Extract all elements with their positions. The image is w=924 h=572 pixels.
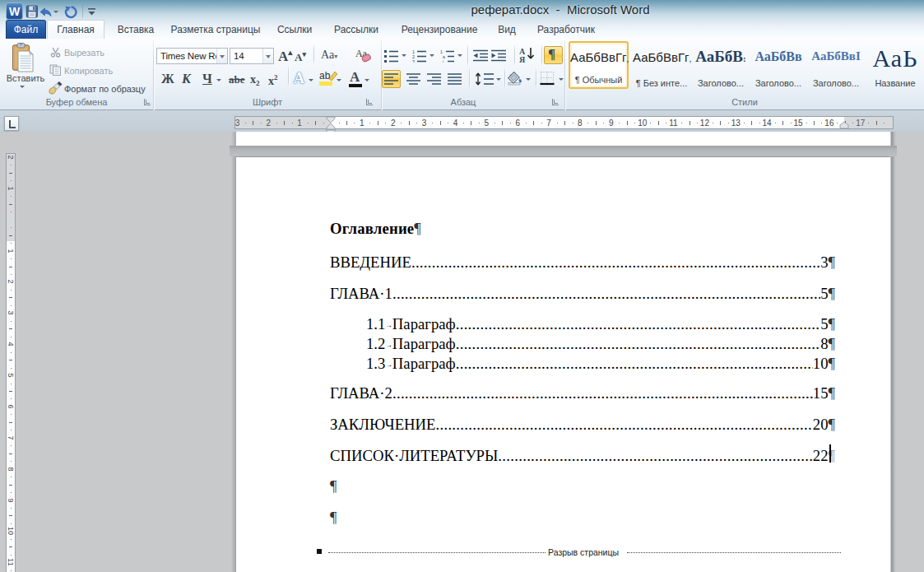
svg-text:i: i	[443, 59, 443, 63]
svg-text:Я: Я	[519, 55, 526, 63]
svg-text:ab: ab	[319, 70, 331, 81]
svg-text:3: 3	[412, 59, 415, 63]
